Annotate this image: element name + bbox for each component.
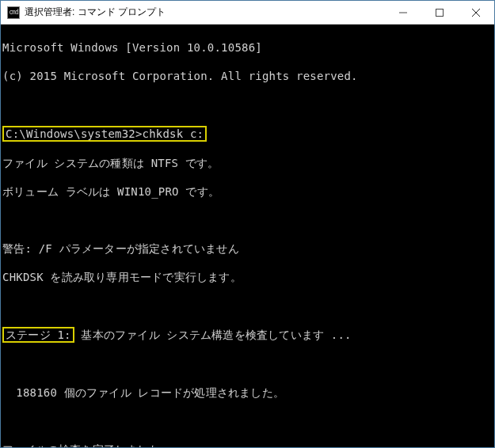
output-line: 188160 個のファイル レコードが処理されました。 xyxy=(2,385,494,400)
stage-line: ステージ 1: 基本のファイル システム構造を検査しています ... xyxy=(2,327,494,343)
close-button[interactable] xyxy=(458,1,494,24)
blank-line xyxy=(2,213,494,227)
output-line: ファイル システムの種類は NTFS です。 xyxy=(2,156,494,170)
blank-line xyxy=(2,414,494,428)
stage1-text: 基本のファイル システム構造を検査しています ... xyxy=(74,328,352,342)
output-line: CHKDSK を読み取り専用モードで実行します。 xyxy=(2,270,494,284)
blank-line xyxy=(2,357,494,371)
cmd-icon: cmd xyxy=(7,6,20,19)
cmd-icon-label: cmd xyxy=(9,9,17,16)
output-line: (c) 2015 Microsoft Corporation. All righ… xyxy=(2,69,494,83)
maximize-button[interactable] xyxy=(421,1,458,24)
blank-line xyxy=(2,97,494,112)
terminal-output[interactable]: Microsoft Windows [Version 10.0.10586] (… xyxy=(1,25,494,447)
window-buttons xyxy=(385,1,494,24)
output-line: ボリューム ラベルは WIN10_PRO です。 xyxy=(2,184,494,199)
close-icon xyxy=(472,9,480,17)
cmd-window: cmd 選択管理者: コマンド プロンプト Microsoft Windows … xyxy=(0,0,495,448)
minimize-button[interactable] xyxy=(385,1,421,24)
command-line: C:\Windows\system32>chkdsk c: xyxy=(2,126,494,142)
titlebar[interactable]: cmd 選択管理者: コマンド プロンプト xyxy=(1,1,494,25)
output-line: 警告: /F パラメーターが指定されていません xyxy=(2,241,494,256)
output-line: ファイルの検査を完了しました。 xyxy=(2,442,494,447)
highlight-command: C:\Windows\system32>chkdsk c: xyxy=(2,126,207,142)
svg-rect-1 xyxy=(436,9,444,16)
blank-line xyxy=(2,298,494,313)
window-title: 選択管理者: コマンド プロンプト xyxy=(25,6,385,19)
highlight-stage1: ステージ 1: xyxy=(2,327,74,343)
output-line: Microsoft Windows [Version 10.0.10586] xyxy=(2,40,494,55)
minimize-icon xyxy=(399,9,407,17)
maximize-icon xyxy=(436,9,444,17)
